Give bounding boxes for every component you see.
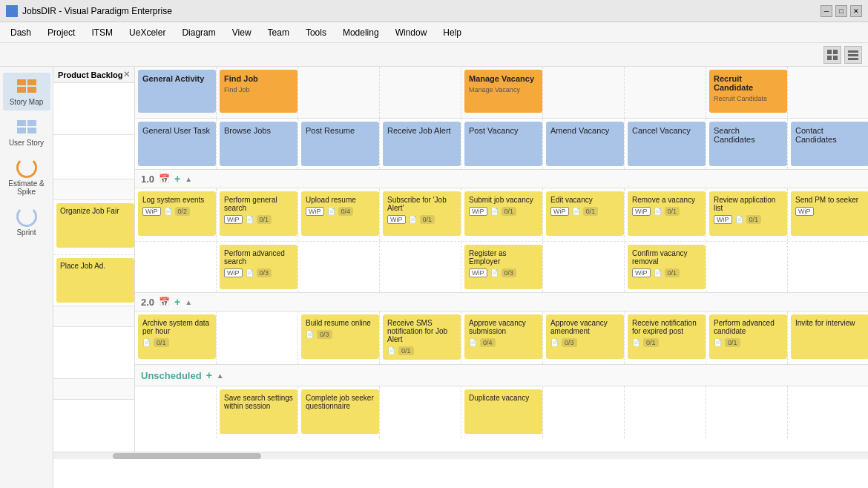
product-backlog-close[interactable]: ✕ — [123, 70, 130, 79]
window-controls[interactable]: ─ □ ✕ — [821, 5, 862, 17]
task-submit-job-vacancy[interactable]: Submit job vacancy WiP 📄 0/1 — [464, 191, 542, 236]
task-upload-resume[interactable]: Upload resume WiP 📄 0/4 — [301, 191, 379, 236]
menu-bar: Dash Project ITSM UeXceler Diagram View … — [0, 22, 868, 43]
task-receive-notification-expired[interactable]: Receive notification for expired post 📄 … — [628, 314, 706, 359]
epic-recruit-candidate[interactable]: Recruit Candidate Recruit Candidate — [706, 67, 788, 118]
sidebar-label-user-story: User Story — [9, 139, 44, 147]
svg-rect-4 — [848, 50, 858, 53]
content-area: Product Backlog ✕ Organize Job Fair — [53, 67, 868, 488]
menu-view[interactable]: View — [225, 25, 259, 40]
task-review-application-list[interactable]: Review application list WiP 📄 0/1 — [709, 191, 787, 236]
menu-itsm[interactable]: ITSM — [84, 25, 120, 40]
task-approve-vacancy-submission[interactable]: Approve vacancy submission 📄 0/4 — [464, 314, 542, 359]
task-perform-advanced-search[interactable]: Perform advanced search WiP 📄 0/3 — [220, 245, 297, 289]
menu-tools[interactable]: Tools — [298, 25, 334, 40]
svg-rect-5 — [848, 54, 858, 56]
task-perform-general-search[interactable]: Perform general search WiP 📄 0/1 — [220, 191, 297, 236]
sprint-1-add-button[interactable]: + — [174, 173, 180, 185]
svg-rect-3 — [833, 56, 838, 60]
product-backlog-header: Product Backlog ✕ — [53, 67, 134, 83]
sprint-2-header: 2.0 📅 + ▲ — [135, 293, 868, 311]
svg-rect-0 — [827, 50, 832, 54]
app-icon — [6, 5, 18, 17]
menu-help[interactable]: Help — [435, 25, 469, 40]
unscheduled-label: Unscheduled — [141, 370, 202, 381]
menu-uexceler[interactable]: UeXceler — [122, 25, 173, 40]
sidebar-label-story-map: Story Map — [10, 98, 44, 106]
svg-rect-6 — [848, 58, 858, 60]
app-title: JobsDIR - Visual Paradigm Enterprise — [22, 6, 172, 16]
epic-general-activity[interactable]: General Activity — [135, 67, 217, 118]
unscheduled-add-button[interactable]: + — [206, 369, 212, 381]
sidebar-label-estimate-spike: Estimate & Spike — [6, 179, 47, 196]
task-receive-sms-notification[interactable]: Receive SMS notification for Job Alert 📄… — [383, 314, 461, 360]
list-view-button[interactable] — [844, 46, 862, 64]
us-browse-jobs[interactable]: Browse Jobs — [217, 119, 298, 169]
sprint-1-label: 1.0 — [141, 174, 154, 185]
sidebar-item-sprint[interactable]: Sprint — [3, 203, 50, 241]
us-post-vacancy[interactable]: Post Vacancy — [461, 119, 543, 169]
task-save-search-settings[interactable]: Save search settings within session — [220, 389, 297, 434]
task-send-pm-to-seeker[interactable]: Send PM to seeker WiP — [791, 191, 868, 236]
sidebar-label-sprint: Sprint — [16, 228, 36, 237]
menu-project[interactable]: Project — [40, 25, 82, 40]
scrollbar-thumb[interactable] — [113, 453, 261, 459]
epic-find-job[interactable]: Find Job Find Job — [217, 67, 298, 118]
task-duplicate-vacancy[interactable]: Duplicate vacancy — [464, 389, 542, 434]
task-remove-vacancy[interactable]: Remove a vacancy WiP 📄 0/1 — [628, 191, 706, 236]
task-complete-job-seeker-questionnaire[interactable]: Complete job seeker questionnaire — [301, 389, 379, 434]
us-contact-candidates[interactable]: Contact Candidates — [788, 119, 868, 169]
task-invite-for-interview[interactable]: Invite for interview — [791, 314, 868, 359]
toolbar — [0, 43, 868, 67]
sprint-icon — [15, 208, 39, 225]
svg-rect-1 — [833, 50, 838, 54]
epic-manage-vacancy[interactable]: Manage Vacancy Manage Vacancy — [461, 67, 543, 118]
sidebar: Story Map User Story Estimate & Spike Sp… — [0, 67, 53, 488]
us-receive-job-alert[interactable]: Receive Job Alert — [380, 119, 461, 169]
task-build-resume-online[interactable]: Build resume online 📄 0/3 — [301, 314, 379, 359]
task-perform-advanced-candidate[interactable]: Perform advanced candidate 📄 0/1 — [709, 314, 787, 359]
menu-team[interactable]: Team — [260, 25, 297, 40]
task-log-system-events[interactable]: Log system events WiP 📄 0/2 — [138, 191, 216, 236]
story-map-icon — [15, 77, 39, 95]
title-bar: JobsDIR - Visual Paradigm Enterprise ─ □… — [0, 0, 868, 22]
product-card-place[interactable]: Place Job Ad. — [56, 258, 134, 303]
sidebar-item-user-story[interactable]: User Story — [3, 113, 50, 151]
maximize-button[interactable]: □ — [835, 5, 847, 17]
sprint-1-header: 1.0 📅 + ▲ — [135, 170, 868, 188]
sidebar-item-story-map[interactable]: Story Map — [3, 73, 50, 111]
main-layout: Story Map User Story Estimate & Spike Sp… — [0, 67, 868, 488]
task-confirm-vacancy-removal[interactable]: Confirm vacancy removal WiP 📄 0/1 — [628, 245, 706, 289]
unscheduled-header: Unscheduled + ▲ — [135, 365, 868, 386]
task-subscribe-job-alert[interactable]: Subscribe for 'Job Alert' WiP 📄 0/1 — [383, 191, 461, 236]
us-general-user-task[interactable]: General User Task — [135, 119, 217, 169]
task-approve-vacancy-amendment[interactable]: Approve vacancy amendment 📄 0/3 — [546, 314, 624, 359]
sprint-2-calendar-icon: 📅 — [159, 297, 170, 307]
menu-dash[interactable]: Dash — [3, 25, 39, 40]
menu-window[interactable]: Window — [388, 25, 435, 40]
task-edit-vacancy[interactable]: Edit vacancy WiP 📄 0/1 — [546, 191, 624, 236]
unscheduled-collapse-button[interactable]: ▲ — [217, 372, 224, 380]
us-search-candidates[interactable]: Search Candidates — [706, 119, 788, 169]
sprint-2-add-button[interactable]: + — [174, 296, 180, 308]
sprint-2-collapse-button[interactable]: ▲ — [185, 298, 192, 306]
horizontal-scrollbar[interactable] — [53, 452, 868, 459]
minimize-button[interactable]: ─ — [821, 5, 832, 17]
us-amend-vacancy[interactable]: Amend Vacancy — [543, 119, 625, 169]
sidebar-item-estimate-spike[interactable]: Estimate & Spike — [3, 154, 50, 200]
sprint-1-collapse-button[interactable]: ▲ — [185, 175, 192, 183]
us-post-resume[interactable]: Post Resume — [298, 119, 380, 169]
grid-view-button[interactable] — [823, 46, 841, 64]
menu-diagram[interactable]: Diagram — [174, 25, 223, 40]
task-archive-system-data[interactable]: Archive system data per hour 📄 0/1 — [138, 314, 216, 359]
svg-rect-2 — [827, 56, 832, 60]
user-story-icon — [15, 118, 39, 136]
estimate-spike-icon — [15, 159, 39, 177]
menu-modeling[interactable]: Modeling — [335, 25, 387, 40]
us-cancel-vacancy[interactable]: Cancel Vacancy — [625, 119, 706, 169]
task-register-as-employer[interactable]: Register as Employer WiP 📄 0/3 — [464, 245, 542, 289]
close-button[interactable]: ✕ — [850, 5, 862, 17]
product-card-organize[interactable]: Organize Job Fair — [56, 203, 134, 248]
sprint-2-label: 2.0 — [141, 297, 154, 308]
sprint-1-calendar-icon: 📅 — [159, 174, 170, 184]
